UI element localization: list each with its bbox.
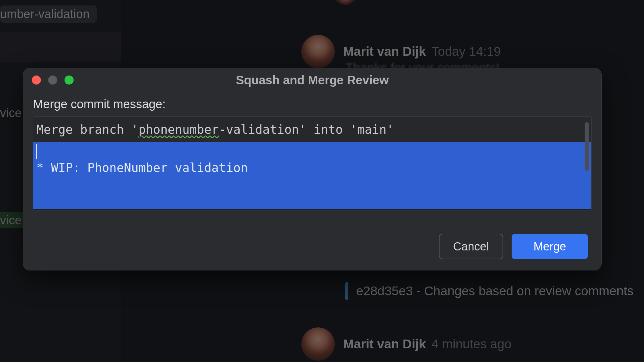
spellcheck-word: phonenumber [138,122,219,136]
scrollbar-thumb[interactable] [585,122,589,171]
cancel-button[interactable]: Cancel [439,234,503,259]
text: * WIP: PhoneNumber validation [36,161,248,175]
window-minimize-button[interactable] [48,75,57,85]
text-cursor [36,144,37,159]
text: -validation' into 'main' [219,122,394,136]
dialog-body: Merge commit message: Merge branch 'phon… [23,92,601,210]
window-controls [32,75,74,85]
merge-button[interactable]: Merge [512,234,588,259]
commit-message-label: Merge commit message: [33,97,592,111]
dialog-footer: Cancel Merge [439,234,588,259]
commit-message-line: Merge branch 'phonenumber-validation' in… [33,117,591,142]
dialog-title: Squash and Merge Review [23,73,601,87]
squash-merge-dialog: Squash and Merge Review Merge commit mes… [23,68,602,270]
text: Merge branch ' [36,122,138,136]
selected-text: * WIP: PhoneNumber validation [33,142,591,209]
dialog-titlebar[interactable]: Squash and Merge Review [23,68,601,92]
window-maximize-button[interactable] [65,75,74,85]
commit-message-textarea[interactable]: Merge branch 'phonenumber-validation' in… [33,116,592,210]
window-close-button[interactable] [32,75,41,85]
